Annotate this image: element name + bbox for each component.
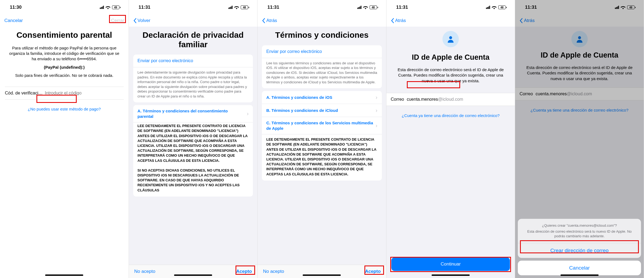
status-icons: 48	[357, 5, 378, 9]
content[interactable]: Términos y condiciones Enviar por correo…	[258, 27, 386, 265]
signal-icon	[486, 6, 490, 9]
sheet-title: ¿Quieres crear "cuenta.menores@icloud.co…	[523, 223, 636, 228]
send-email-button[interactable]: Enviar por correo electrónico	[133, 55, 253, 67]
paypal-label: (PayPal (undefined):)	[5, 65, 124, 70]
battery-icon: 48	[241, 5, 249, 9]
back-label: Volver	[138, 18, 150, 23]
signal-icon	[228, 6, 233, 9]
reject-button[interactable]: No acepto	[134, 269, 156, 274]
toc-item[interactable]: B. Términos y condiciones de iCloud›	[262, 104, 382, 117]
status-bar: 11:31 48	[386, 0, 515, 15]
chevron-right-icon: ›	[376, 122, 377, 129]
phone-1: 11:30 49 Cancelar Cerrar Consentimiento …	[0, 0, 129, 278]
toc-text: A. Términos y condiciones del consentimi…	[138, 108, 245, 119]
intro-text: Lee detenidamente la siguiente divulgaci…	[133, 67, 253, 102]
create-email-button[interactable]: Crear dirección de correo	[518, 243, 641, 258]
verification-input[interactable]	[45, 91, 124, 96]
accept-button[interactable]: Acepto	[365, 269, 381, 274]
content: ID de Apple de Cuenta Esta dirección de …	[386, 27, 515, 278]
sheet-cancel-button[interactable]: Cancelar	[518, 261, 641, 275]
home-indicator	[432, 274, 470, 276]
content: Consentimiento parental Para utilizar el…	[0, 27, 129, 278]
sheet-message: ¿Quieres crear "cuenta.menores@icloud.co…	[518, 219, 641, 243]
home-indicator	[303, 274, 341, 276]
wifi-icon	[492, 6, 497, 9]
chevron-right-icon: ›	[376, 107, 377, 113]
toc-item[interactable]: A. Términos y condiciones de iOS›	[262, 91, 382, 104]
nav-bar: Atrás	[258, 15, 386, 27]
status-icons: 49	[100, 5, 120, 9]
chevron-right-icon: ›	[247, 110, 249, 117]
chevron-left-icon	[391, 18, 394, 23]
cancel-button[interactable]: Cancelar	[4, 18, 23, 23]
toc-text: A. Términos y condiciones de iOS	[266, 95, 373, 100]
toc-item[interactable]: C. Términos y condiciones de los Servici…	[262, 117, 382, 134]
chevron-left-icon	[262, 18, 265, 23]
back-button[interactable]: Atrás	[391, 18, 406, 23]
verification-field[interactable]: Cód. de verificaci…	[5, 87, 124, 100]
email-label: Correo	[391, 97, 404, 102]
nav-bar: Atrás	[386, 15, 515, 27]
battery-icon: 49	[112, 5, 120, 9]
body-text: Esta dirección de correo electrónico ser…	[388, 67, 513, 84]
card-toc: A. Términos y condiciones del consentimi…	[133, 105, 253, 196]
contract-text-2: SI NO ACEPTAS DICHAS CONDICIONES, NO UTI…	[133, 167, 253, 197]
status-icons: 48	[228, 5, 249, 9]
card-email: Enviar por correo electrónico Lee los si…	[262, 45, 382, 89]
toc-text: C. Términos y condiciones de los Servici…	[266, 120, 373, 131]
signal-icon	[100, 6, 104, 9]
card-toc: A. Términos y condiciones de iOS› B. Tér…	[262, 91, 382, 181]
phone-3: 11:31 48 Atrás Términos y condiciones En…	[258, 0, 386, 278]
status-bar: 11:31 48	[258, 0, 386, 15]
status-icons: 48	[486, 5, 507, 9]
home-indicator	[45, 274, 83, 276]
content[interactable]: Declaración de privacidad familiar Envia…	[129, 27, 258, 265]
page-title: ID de Apple de Cuenta	[386, 53, 515, 62]
phone-2: 11:31 48 Volver Declaración de privacida…	[129, 0, 258, 278]
close-button[interactable]: Cerrar	[111, 18, 124, 23]
continue-button[interactable]: Continuar	[391, 257, 510, 271]
status-time: 11:30	[10, 5, 21, 10]
toc-item[interactable]: A. Términos y condiciones del consentimi…	[133, 105, 253, 122]
send-email-button[interactable]: Enviar por correo electrónico	[262, 45, 382, 58]
nav-bar: Cancelar Cerrar	[0, 15, 129, 27]
contract-text: LEE DETENIDAMENTE EL PRESENTE CONTRATO D…	[262, 136, 382, 181]
field-label: Cód. de verificaci…	[5, 91, 43, 96]
nav-bar: Volver	[129, 15, 258, 27]
reject-button[interactable]: No acepto	[263, 269, 284, 274]
page-title: Términos y condiciones	[258, 30, 386, 40]
action-sheet-overlay[interactable]: ¿Quieres crear "cuenta.menores@icloud.co…	[515, 0, 644, 278]
wifi-icon	[363, 6, 368, 9]
status-time: 11:31	[396, 5, 408, 10]
back-label: Atrás	[395, 18, 406, 23]
status-time: 11:31	[267, 5, 279, 10]
battery-icon: 48	[498, 5, 507, 9]
avatar-icon	[442, 31, 459, 47]
home-indicator	[174, 274, 212, 276]
home-indicator	[561, 274, 599, 276]
chevron-right-icon: ›	[376, 94, 377, 100]
back-button[interactable]: Atrás	[262, 18, 277, 23]
status-bar: 11:30 49	[0, 0, 129, 15]
phone-4: 11:31 48 Atrás ID de Apple de Cuenta Est…	[386, 0, 515, 278]
chevron-left-icon	[133, 18, 137, 23]
wifi-icon	[106, 6, 110, 9]
svg-point-0	[449, 36, 452, 39]
bottom-bar: No acepto Acepto	[129, 265, 258, 278]
intro-text: Lee los siguientes términos y condicione…	[262, 58, 382, 89]
back-button[interactable]: Volver	[133, 18, 150, 23]
existing-email-link[interactable]: ¿Cuenta ya tiene una dirección de correo…	[386, 113, 515, 118]
page-title: Declaración de privacidad familiar	[129, 30, 258, 49]
sheet-body: Esta dirección de correo electrónico ser…	[523, 229, 636, 239]
status-time: 11:31	[139, 5, 150, 10]
contract-text-1: LEE DETENIDAMENTE EL PRESENTE CONTRATO D…	[133, 122, 253, 167]
back-label: Atrás	[266, 18, 277, 23]
help-link[interactable]: ¿No puedes usar este método de pago?	[5, 107, 124, 111]
accept-button[interactable]: Acepto	[236, 269, 252, 274]
email-value: cuenta.menores@icloud.com	[407, 97, 511, 102]
card-email: Enviar por correo electrónico Lee deteni…	[133, 55, 253, 102]
email-field[interactable]: Correo cuenta.menores@icloud.com	[386, 93, 515, 106]
battery-icon: 48	[370, 5, 378, 9]
avatar-wrap	[386, 31, 515, 47]
note-text: Solo para fines de verificación. No se t…	[7, 73, 122, 78]
